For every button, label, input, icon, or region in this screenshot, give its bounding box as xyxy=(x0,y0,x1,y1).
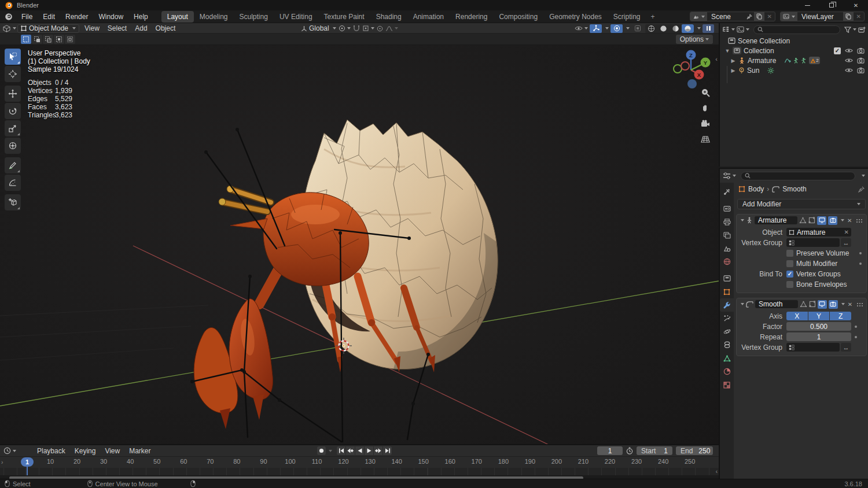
options-button[interactable]: Options xyxy=(676,35,713,44)
workspace-tab[interactable]: Layout xyxy=(161,11,194,23)
outliner-row-sun[interactable]: ▶ Sun xyxy=(720,65,868,75)
tool-annotate[interactable] xyxy=(5,157,21,173)
play-button[interactable] xyxy=(365,446,373,455)
outliner-display-mode-button[interactable] xyxy=(737,26,749,33)
armature-modifier-header[interactable]: Armature ✕ xyxy=(737,215,866,226)
menu-item[interactable]: Edit xyxy=(38,11,60,23)
realtime-toggle[interactable] xyxy=(817,216,826,225)
select-mode-invert[interactable] xyxy=(54,35,64,44)
workspace-tab[interactable]: Rendering xyxy=(450,11,493,23)
smooth-modifier-header[interactable]: Smooth ✕ xyxy=(737,298,866,310)
tab-collection[interactable] xyxy=(720,272,734,285)
outliner-row-scene-collection[interactable]: Scene Collection xyxy=(720,36,868,46)
tool-scale[interactable] xyxy=(5,120,21,136)
menu-item[interactable]: File xyxy=(16,11,38,23)
viewport-menu-item[interactable]: Add xyxy=(131,23,151,34)
extras-chevron[interactable] xyxy=(841,303,845,305)
pivot-point-dropdown[interactable] xyxy=(339,25,351,32)
invert-vertex-group-button[interactable]: ↔ xyxy=(841,238,851,247)
breadcrumb-modifier[interactable]: Smooth xyxy=(782,185,806,193)
tab-modifiers[interactable] xyxy=(720,298,734,312)
play-reverse-button[interactable] xyxy=(355,446,364,455)
outliner-row-collection[interactable]: ▼ Collection ✓ xyxy=(720,46,868,56)
properties-options-chevron[interactable] xyxy=(862,175,865,177)
end-frame-field[interactable]: End 250 xyxy=(676,446,713,455)
mode-selector[interactable]: Object Mode xyxy=(17,24,79,33)
timeline-right-arrow[interactable]: ‹ xyxy=(716,468,718,475)
workspace-tab[interactable]: Texture Paint xyxy=(318,11,370,23)
timeline-ruler[interactable]: 1020304050607080901001101201301401501601… xyxy=(0,457,719,468)
workspace-tab[interactable]: Geometry Nodes xyxy=(543,11,608,23)
maximize-button[interactable] xyxy=(819,0,844,10)
render-toggle[interactable] xyxy=(829,300,838,309)
sidebar-collapse-arrow[interactable]: ‹ xyxy=(715,56,718,62)
armature-object-field[interactable]: Armature ✕ xyxy=(786,228,851,236)
snap-toggle-icon[interactable] xyxy=(353,25,360,32)
collection-expander[interactable]: ▼ xyxy=(724,48,730,54)
tab-scene[interactable] xyxy=(720,242,734,255)
minimize-button[interactable] xyxy=(795,0,819,10)
tab-material[interactable] xyxy=(720,365,734,378)
tab-view-layer[interactable] xyxy=(720,228,734,242)
expand-chevron[interactable] xyxy=(741,303,744,305)
render-camera-icon[interactable] xyxy=(857,47,865,54)
tab-object[interactable] xyxy=(720,285,734,298)
smooth-vertex-group-field[interactable] xyxy=(786,343,840,352)
tab-texture[interactable] xyxy=(720,378,734,391)
pin-id-icon[interactable] xyxy=(858,186,865,193)
tool-transform[interactable] xyxy=(5,138,21,154)
proportional-editing-icon[interactable] xyxy=(377,25,383,32)
animate-dot[interactable] xyxy=(859,252,862,254)
tab-particles[interactable] xyxy=(720,312,734,325)
snap-target-dropdown[interactable] xyxy=(362,25,374,32)
shading-rendered-button[interactable] xyxy=(682,24,694,33)
realtime-toggle[interactable] xyxy=(818,300,827,309)
tab-tool[interactable] xyxy=(720,185,734,198)
timeline-track-area[interactable] xyxy=(0,468,719,475)
pause-render-button[interactable] xyxy=(703,24,714,33)
viewlayer-name[interactable]: ViewLayer xyxy=(797,13,843,21)
preserve-volume-checkbox[interactable] xyxy=(786,250,793,257)
animate-dot[interactable] xyxy=(855,326,857,328)
delete-modifier-button[interactable]: ✕ xyxy=(846,217,853,224)
properties-editor-type-button[interactable] xyxy=(723,172,736,179)
jump-to-start-button[interactable] xyxy=(337,446,345,455)
select-mode-intersect[interactable] xyxy=(65,35,75,44)
menu-item[interactable]: Help xyxy=(128,11,153,23)
tab-constraints[interactable] xyxy=(720,338,734,352)
clear-object-button[interactable]: ✕ xyxy=(844,229,849,235)
axis-toggle[interactable]: Z xyxy=(830,312,851,320)
timeline-menu-item[interactable]: View xyxy=(100,446,124,456)
menu-item[interactable]: Render xyxy=(60,11,93,23)
viewport-menu-item[interactable]: Select xyxy=(104,23,131,34)
viewport-menu-item[interactable]: Object xyxy=(152,23,180,34)
render-toggle[interactable] xyxy=(828,216,837,225)
axis-toggle[interactable]: X xyxy=(786,312,808,320)
shading-wireframe-button[interactable] xyxy=(645,24,657,33)
tab-render[interactable] xyxy=(720,202,734,215)
jump-to-end-button[interactable] xyxy=(383,446,392,455)
eye-icon[interactable] xyxy=(845,47,853,54)
auto-keying-stopwatch-icon[interactable] xyxy=(626,447,633,454)
tool-add-cube[interactable] xyxy=(5,194,21,210)
tool-cursor[interactable] xyxy=(5,66,21,82)
proportional-falloff-dropdown[interactable] xyxy=(385,25,398,32)
expand-chevron[interactable] xyxy=(741,219,744,221)
outliner-row-armature[interactable]: ▶ Armature 2 xyxy=(720,56,868,65)
zoom-icon[interactable] xyxy=(700,87,711,98)
new-scene-button[interactable] xyxy=(754,12,764,21)
delete-modifier-button[interactable]: ✕ xyxy=(847,301,854,308)
unlink-scene-button[interactable]: ✕ xyxy=(764,13,775,20)
add-modifier-button[interactable]: Add Modifier xyxy=(737,199,866,209)
render-camera-icon[interactable] xyxy=(857,67,865,73)
factor-slider[interactable]: 0.500 xyxy=(786,322,851,331)
animate-dot[interactable] xyxy=(859,263,862,265)
3d-viewport[interactable]: User Perspective (1) Collection | Body S… xyxy=(0,45,719,444)
repeat-slider[interactable]: 1 xyxy=(786,332,851,341)
shading-solid-button[interactable] xyxy=(657,24,670,33)
timeline-expand-arrow[interactable]: › xyxy=(1,459,3,465)
select-mode-extend[interactable] xyxy=(32,35,42,44)
drag-handle[interactable] xyxy=(856,219,863,223)
pin-icon[interactable] xyxy=(745,14,754,20)
timeline-menu-item[interactable]: Keying xyxy=(70,446,101,456)
